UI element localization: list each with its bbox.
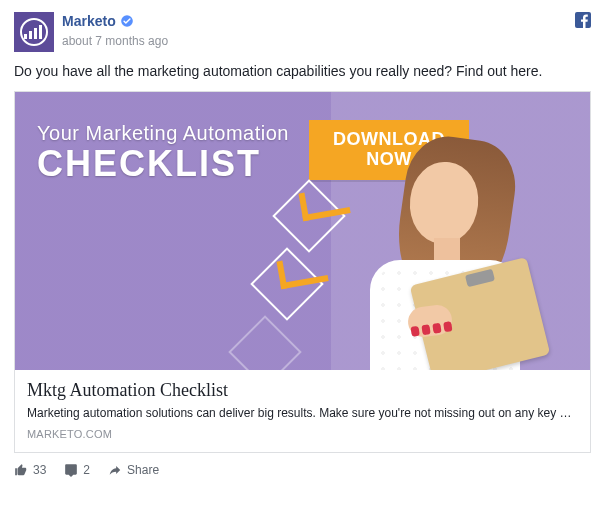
link-card-description: Marketing automation solutions can deliv…: [27, 405, 578, 421]
checklist-graphic: [283, 196, 335, 370]
hero-headline-line1: Your Marketing Automation: [37, 122, 289, 145]
hero-headline: Your Marketing Automation CHECKLIST: [37, 122, 289, 183]
marketo-logo-icon: [20, 18, 48, 46]
hero-person-illustration: [360, 110, 570, 370]
thumbs-up-icon: [14, 463, 28, 477]
comment-count: 2: [83, 463, 90, 477]
post-timestamp[interactable]: about 7 months ago: [62, 34, 168, 48]
page-name-link[interactable]: Marketo: [62, 12, 116, 31]
page-avatar[interactable]: [14, 12, 54, 52]
verified-badge-icon: [120, 14, 134, 28]
post-header: Marketo about 7 months ago: [14, 12, 591, 52]
like-count: 33: [33, 463, 46, 477]
comment-icon: [64, 463, 78, 477]
svg-rect-1: [29, 31, 32, 39]
facebook-icon[interactable]: [575, 12, 591, 28]
comment-button[interactable]: 2: [64, 463, 90, 477]
svg-rect-0: [24, 34, 27, 39]
share-arrow-icon: [108, 463, 122, 477]
svg-rect-2: [34, 28, 37, 39]
share-label: Share: [127, 463, 159, 477]
post-actions-bar: 33 2 Share: [14, 463, 591, 477]
link-card-image: Your Marketing Automation CHECKLIST DOWN…: [15, 92, 590, 370]
link-card-title: Mktg Automation Checklist: [27, 380, 578, 401]
link-card-domain: MARKETO.COM: [27, 428, 578, 440]
post-body-text: Do you have all the marketing automation…: [14, 62, 591, 81]
share-button[interactable]: Share: [108, 463, 159, 477]
hero-headline-line2: CHECKLIST: [37, 145, 289, 183]
link-card[interactable]: Your Marketing Automation CHECKLIST DOWN…: [14, 91, 591, 452]
link-card-text: Mktg Automation Checklist Marketing auto…: [15, 370, 590, 451]
post-header-text: Marketo about 7 months ago: [62, 12, 591, 50]
like-button[interactable]: 33: [14, 463, 46, 477]
svg-rect-3: [39, 25, 42, 39]
